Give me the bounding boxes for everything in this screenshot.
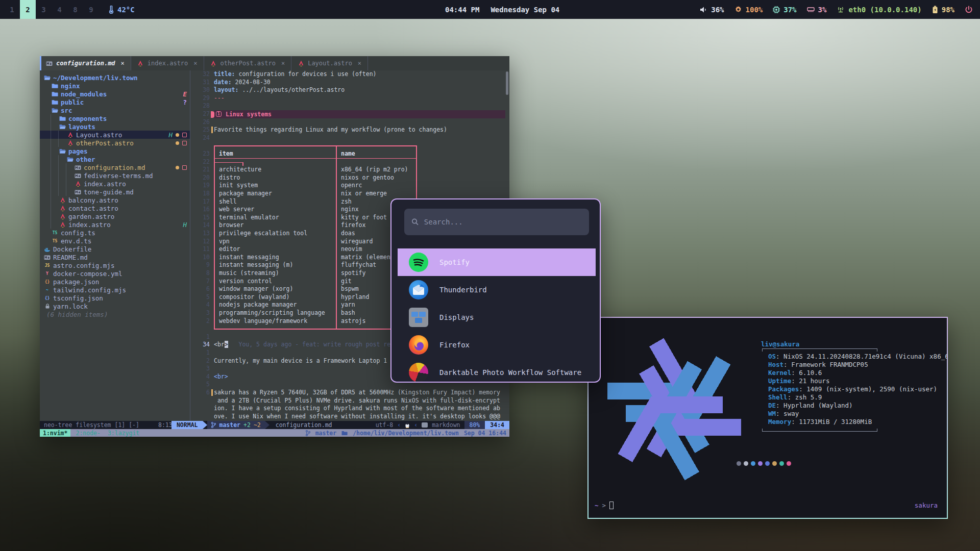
cursor-position: 34:4	[485, 421, 509, 429]
tree-item-package.json[interactable]: {}package.json	[40, 278, 190, 286]
buffer-line[interactable]: 22	[190, 158, 509, 166]
tree-item-other[interactable]: other	[40, 155, 190, 163]
power-button[interactable]	[965, 6, 973, 14]
tree-item-Dockerfile[interactable]: Dockerfile	[40, 245, 190, 253]
launcher-item-thunderbird[interactable]: Thunderbird	[398, 276, 596, 304]
displays-app-icon	[409, 308, 428, 327]
tmux-window-active[interactable]: 1:nvim*	[40, 429, 70, 437]
git-status-letter: H	[183, 221, 187, 229]
tmux-window-3[interactable]: 3:lazygit	[108, 430, 139, 437]
buffer-line[interactable]: 18package managernix or emerge	[190, 190, 509, 198]
workspace-button-4[interactable]: 4	[52, 0, 67, 19]
battery-module[interactable]: 98%	[932, 6, 954, 14]
astro-icon	[59, 205, 66, 212]
tree-item-astro.config.mjs[interactable]: JSastro.config.mjs	[40, 261, 190, 269]
tree-item-src[interactable]: src	[40, 106, 190, 114]
tree-item-index.astro[interactable]: index.astro	[40, 180, 190, 188]
launcher-item-label: Firefox	[439, 341, 470, 349]
network-module[interactable]: eth0 (10.0.0.140)	[837, 6, 921, 14]
workspace-button-9[interactable]: 9	[83, 0, 99, 19]
buffer-line[interactable]: 28	[190, 102, 509, 110]
clock-module[interactable]: 04:44 PM Wednesday Sep 04	[445, 0, 559, 19]
buffer-line[interactable]: 19init systemopenrc	[190, 182, 509, 190]
table-cell-name: git	[341, 278, 352, 286]
workspace-button-8[interactable]: 8	[67, 0, 83, 19]
tree-item-yarn.lock[interactable]: yarn.lock	[40, 302, 190, 310]
memory-module[interactable]: 3%	[807, 6, 827, 14]
tree-item-components[interactable]: components	[40, 114, 190, 122]
tree-item--6-hidden-items-[interactable]: (6 hidden items)	[40, 310, 190, 318]
js-icon: JS	[44, 262, 51, 269]
brightness-module[interactable]: 100%	[734, 6, 763, 14]
tab-close-button[interactable]: ×	[193, 60, 197, 67]
modified-dot-icon	[176, 133, 179, 137]
tmux-window-2[interactable]: 2:node-	[76, 430, 100, 437]
editor-tab-otherPost.astro[interactable]: otherPost.astro×	[204, 56, 292, 70]
buffer-line[interactable]: 30layout: ../../layouts/otherPost.astro	[190, 86, 509, 94]
tree-item-fediverse-terms.md[interactable]: fediverse-terms.md	[40, 171, 190, 180]
workspace-button-1[interactable]: 1	[4, 0, 20, 19]
tree-item-contact.astro[interactable]: contact.astro	[40, 204, 190, 212]
tab-close-button[interactable]: ×	[281, 60, 285, 67]
tree-item-Layout.astro[interactable]: Layout.astroH	[40, 131, 190, 139]
tree-item-configuration.md[interactable]: configuration.md	[40, 163, 190, 171]
buffer-line[interactable]: and a 2TB (Crucial P5 Plus) NVMe drive. …	[190, 397, 509, 405]
buffer-line[interactable]: 31date: 2024-08-30	[190, 79, 509, 87]
buffer-line[interactable]: 32title: configuration for devices i use…	[190, 70, 509, 79]
tree-item-tailwind.config.mjs[interactable]: ~tailwind.config.mjs	[40, 286, 190, 294]
tree-item-public[interactable]: public?	[40, 98, 190, 106]
table-cell-name: spotify	[341, 269, 365, 278]
workspace-button-3[interactable]: 3	[36, 0, 52, 19]
cpu-module[interactable]: 37%	[773, 6, 796, 14]
neo-tree-panel[interactable]: ~/Development/liv.townnginxnode_modulesE…	[40, 70, 190, 421]
editor-tab-Layout.astro[interactable]: Layout.astro×	[291, 56, 368, 70]
tree-item-index.astro[interactable]: index.astroH	[40, 220, 190, 229]
tree-item-balcony.astro[interactable]: balcony.astro	[40, 196, 190, 204]
tree-item-node-modules[interactable]: node_modulesE	[40, 90, 190, 98]
buffer-line[interactable]: 23itemname	[190, 150, 509, 158]
launcher-item-firefox[interactable]: Firefox	[398, 331, 596, 359]
tree-item-garden.astro[interactable]: garden.astro	[40, 212, 190, 220]
buffer-line[interactable]: ion. I have a setup consisting of Hyprla…	[190, 405, 509, 413]
tab-close-button[interactable]: ×	[121, 60, 125, 67]
buffer-line[interactable]: 20distronixos or gentoo	[190, 174, 509, 182]
buffer-line[interactable]: 21architecturex86_64 (rip m2 pro)	[190, 166, 509, 174]
workspace-button-2[interactable]: 2	[20, 0, 36, 19]
tree-item-label: tone-guide.md	[84, 188, 134, 196]
tree-item-env.d.ts[interactable]: TSenv.d.ts	[40, 237, 190, 245]
line-number: 2	[190, 357, 210, 364]
buffer-line[interactable]: 24	[190, 134, 509, 142]
launcher-item-darktable[interactable]: Darktable Photo Workflow Software	[398, 359, 596, 383]
volume-module[interactable]: 36%	[700, 6, 724, 14]
buffer-line[interactable]	[190, 142, 509, 150]
tree-item-layouts[interactable]: layouts	[40, 122, 190, 131]
astro-icon	[298, 60, 304, 67]
launcher-search[interactable]	[404, 209, 589, 235]
buffer-line[interactable]: 6sakura has a Ryzen 5 7640U, 32GB of DDR…	[190, 389, 509, 397]
editor-tab-configuration.md[interactable]: configuration.md×	[40, 56, 131, 70]
shell-prompt[interactable]: ~ >	[595, 502, 614, 509]
editor-tab-index.astro[interactable]: index.astro×	[131, 56, 204, 70]
tab-close-button[interactable]: ×	[358, 60, 361, 67]
tree-item-nginx[interactable]: nginx	[40, 82, 190, 90]
tree-item-tone-guide.md[interactable]: tone-guide.md	[40, 188, 190, 196]
tree-item-tsconfig.json[interactable]: {}tsconfig.json	[40, 294, 190, 302]
tree-item-otherPost.astro[interactable]: otherPost.astro	[40, 139, 190, 147]
tree-item-README.md[interactable]: README.md	[40, 253, 190, 261]
buffer-line[interactable]: 25Favorite things regarding Linux and my…	[190, 126, 509, 134]
tree-item-pages[interactable]: pages	[40, 147, 190, 155]
tree-item-docker-compose.yml[interactable]: Ydocker-compose.yml	[40, 269, 190, 278]
buffer-line[interactable]: 29---	[190, 94, 509, 103]
temperature-module[interactable]: 42°C	[108, 6, 135, 14]
buffer-line[interactable]: 271Linux systems	[190, 110, 509, 118]
line-number: 14	[190, 221, 210, 229]
line-number: 6	[190, 285, 210, 292]
launcher-item-displays[interactable]: Displays	[398, 304, 596, 331]
search-input[interactable]	[424, 218, 582, 226]
tree-item---Development-liv.town[interactable]: ~/Development/liv.town	[40, 73, 190, 82]
tree-item-config.ts[interactable]: TSconfig.ts	[40, 229, 190, 237]
buffer-line[interactable]: 26	[190, 118, 509, 127]
markdown-file-icon	[422, 422, 428, 428]
launcher-item-spotify[interactable]: Spotify	[398, 248, 596, 276]
buffer-line[interactable]: ove. I use Nix when I need software with…	[190, 413, 509, 421]
